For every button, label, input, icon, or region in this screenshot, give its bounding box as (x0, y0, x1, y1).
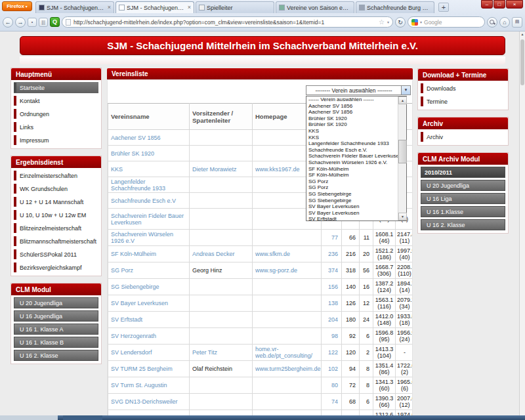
dropdown-option[interactable]: SF Köln-Mülheim (306, 166, 398, 173)
bookmark-star-icon[interactable]: ☆ (379, 19, 385, 26)
firefox-menu-button[interactable]: Firefox ▾ (2, 1, 32, 11)
mitglieder-count-link[interactable]: 374 (328, 267, 338, 274)
menu-item[interactable]: Archiv (421, 131, 505, 142)
verein-link[interactable]: SF Köln-Mülheim (111, 251, 156, 257)
menu-item[interactable]: WK Grundschulen (14, 183, 98, 194)
dropdown-option[interactable]: SG Siebengebirge (306, 191, 398, 198)
homepage-link[interactable]: home.vr-web.de/pt_consulting/ (255, 346, 312, 359)
menu-item[interactable]: Startseite (14, 82, 98, 93)
mitglieder-count-link[interactable]: 236 (328, 251, 338, 257)
bookmark-caret-icon[interactable]: ▾ (387, 20, 389, 24)
menu-item[interactable]: Impressum (14, 135, 98, 146)
menu-item[interactable]: Kontakt (14, 95, 98, 106)
league-button[interactable]: U 16 2. Klasse (14, 350, 98, 361)
dropdown-option[interactable]: SV Bayer Leverkusen (306, 203, 398, 210)
browser-tab[interactable]: Spielleiter (196, 1, 274, 13)
url-text[interactable]: http://schachjugend-mittelrhein.de/index… (74, 19, 376, 26)
menu-item[interactable]: Links (14, 121, 98, 133)
search-box[interactable]: ▾ Google (408, 16, 485, 28)
verein-link[interactable]: Schachverein Würselen 1926 e.V (111, 231, 173, 244)
dropdown-option[interactable]: Brühler SK 1920 (306, 121, 398, 128)
menu-item[interactable]: Termine (421, 96, 505, 107)
verein-link[interactable]: SV Turm St. Augustin (111, 382, 167, 388)
homepage-link[interactable]: www.sg-porz.de (255, 267, 297, 274)
league-button[interactable]: U 16 1. Klasse B (14, 337, 98, 348)
close-button[interactable]: × (506, 0, 523, 9)
mitglieder-count-link[interactable]: 98 (331, 333, 338, 339)
browser-tab[interactable]: SJM - Schachjugend Mittelr... × (35, 1, 114, 13)
verein-link[interactable]: SV Erftstadt (111, 316, 142, 323)
dropdown-option[interactable]: Aachener SV 1856 (306, 103, 398, 110)
menu-item[interactable]: Blitzmannschaftmeisterschaft (14, 236, 98, 247)
dropdown-option[interactable]: SF Köln-Mülheim (306, 172, 398, 178)
verein-link[interactable]: SV Herzogenrath (111, 333, 156, 339)
archiv-league-button[interactable]: U 16 Liga (421, 193, 505, 204)
homepage-link[interactable]: www.sfkm.de (255, 251, 290, 257)
league-button[interactable]: U 20 Jugendliga (14, 297, 98, 308)
restore-button[interactable]: □ (494, 0, 505, 9)
back-button[interactable]: ← (3, 17, 13, 28)
homepage-link[interactable]: www.kks1967.de (255, 166, 300, 173)
verein-link[interactable]: SG Porz (111, 267, 133, 274)
home-button[interactable]: ⌂ (499, 17, 510, 28)
dropdown-option[interactable]: ------ Verein auswählen ------ (306, 96, 398, 103)
google-logo-icon[interactable] (411, 19, 418, 26)
verein-link[interactable]: SV Bayer Leverkusen (111, 300, 168, 306)
verein-link[interactable]: KKS (111, 166, 123, 173)
verein-link[interactable]: SG Siebengebirge (111, 284, 159, 290)
mitglieder-count-link[interactable]: 80 (331, 382, 338, 388)
archiv-league-button[interactable]: U 16 2. Klasse (421, 219, 505, 230)
verein-link[interactable]: SV Lendersdorf (111, 349, 152, 356)
homepage-link[interactable]: www.turm25bergheim.de (255, 366, 321, 372)
menu-item[interactable]: Ordnungen (14, 108, 98, 119)
addon-button-1[interactable]: • (28, 18, 37, 27)
url-bar[interactable]: http://schachjugend-mittelrhein.de/index… (62, 16, 393, 28)
archiv-league-button[interactable]: U 16 1.Klasse (421, 206, 505, 217)
select-dropdown-icon[interactable]: ▼ (401, 86, 410, 94)
browser-tab[interactable]: Schachfreunde Burg von 19... (356, 1, 434, 13)
reload-button[interactable]: ↻ (395, 17, 406, 28)
dropdown-option[interactable]: SG Siebengebirge (306, 198, 398, 204)
addon-q-button[interactable]: Q (50, 17, 60, 27)
verein-link[interactable]: Langenfelder Schachfreunde 1933 (111, 178, 165, 192)
menu-item[interactable]: Einzelmeisterschaften (14, 170, 98, 181)
mitglieder-count-link[interactable]: 138 (328, 300, 338, 306)
verein-link[interactable]: Schachverein Fideler Bauer Leverkusen (111, 213, 184, 226)
verein-link[interactable]: SV TURM 25 Bergheim (111, 366, 173, 372)
forward-button[interactable]: → (15, 17, 26, 28)
tab-close-icon[interactable]: × (108, 5, 111, 10)
mitglieder-count-link[interactable]: 204 (328, 316, 338, 323)
minimize-button[interactable]: – (481, 0, 493, 9)
dropdown-option[interactable]: KKS (306, 135, 398, 141)
dropdown-option[interactable]: Langenfelder Schachfreunde 1933 (306, 140, 398, 147)
page-scrollbar[interactable]: ▲ (519, 32, 525, 420)
mitglieder-count-link[interactable]: 74 (331, 398, 338, 405)
mitglieder-count-link[interactable]: 122 (328, 349, 338, 356)
dropdown-option[interactable]: Aachener SV 1856 (306, 109, 398, 116)
verein-link[interactable]: Aachener SV 1856 (111, 135, 161, 141)
dropdown-option[interactable]: Brühler SK 1920 (306, 116, 398, 122)
scroll-up-icon[interactable]: ▲ (520, 32, 525, 36)
menu-item[interactable]: Blitzeinzelmeisterschaft (14, 222, 98, 234)
dropdown-option[interactable]: KKS (306, 128, 398, 135)
menu-item[interactable]: Downloads (421, 83, 505, 94)
verein-link[interactable]: Schachfreunde Esch e.V (111, 198, 176, 204)
league-button[interactable]: U 16 Jugendliga (14, 310, 98, 322)
dropdown-option[interactable]: SV Bayer Leverkusen (306, 210, 398, 217)
tab-close-icon[interactable]: × (188, 5, 191, 10)
league-button[interactable]: U 16 1. Klasse A (14, 324, 98, 335)
scroll-down-icon[interactable]: ▼ (398, 213, 407, 220)
menu-item[interactable]: U 10, U 10w + U 12w EM (14, 209, 98, 220)
new-tab-button[interactable]: + (438, 3, 449, 12)
verein-link[interactable]: SVG DN13-Derichsweiler (111, 398, 178, 405)
dropdown-option[interactable]: Schachverein Fideler Bauer Leverkusen (306, 153, 398, 159)
menu-item[interactable]: SchülerSSPokal 2011 (14, 249, 98, 260)
addon-button-2[interactable]: ||| (39, 18, 48, 27)
scroll-up-icon[interactable]: ▲ (398, 96, 407, 104)
menu-item[interactable]: U 12 + U 14 Mannschaft (14, 196, 98, 207)
mitglieder-count-link[interactable]: 77 (331, 234, 338, 241)
bookmarks-menu-button[interactable]: ▤ (512, 17, 522, 28)
search-engine-caret-icon[interactable]: ▾ (420, 20, 422, 24)
scrollbar-thumb[interactable] (520, 39, 524, 85)
mitglieder-count-link[interactable]: 156 (328, 284, 338, 290)
